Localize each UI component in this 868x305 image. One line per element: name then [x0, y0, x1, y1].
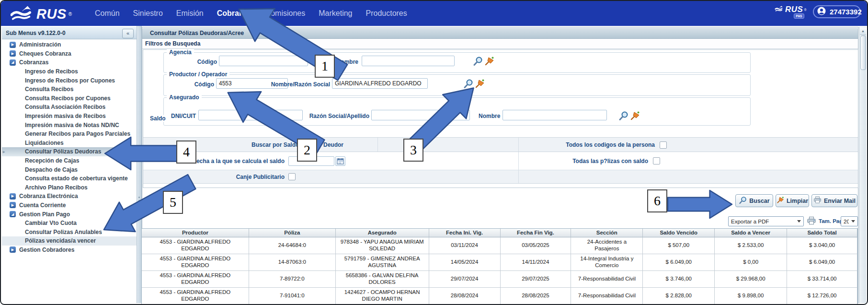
sidebar-item-label: Liquidaciones — [25, 140, 64, 146]
sidebar-item-gestion-cobradores[interactable]: ▶Gestion Cobradores — [2, 246, 137, 255]
column-header[interactable]: Saldo Total — [787, 229, 857, 237]
sidebar-item-label: Recepción de Cajas — [25, 157, 79, 164]
sidebar-item-label: Consultar Pólizas Deudoras — [25, 148, 101, 155]
export-select[interactable]: Exportar a PDF — [728, 216, 804, 226]
table-cell: 7-91041:0 — [249, 288, 336, 305]
sidebar-item-despacho-de-cajas[interactable]: Despacho de Cajas — [2, 165, 137, 174]
agencia-clean-icon[interactable] — [484, 56, 494, 66]
table-row[interactable]: 4553 - GIARDINA ALFREDO EDGARDO24-64684:… — [142, 237, 857, 254]
sidebar-item-gestion-plan-pago[interactable]: ◢Gestion Plan Pago — [2, 210, 137, 219]
sidebar-item-impresi-n-masiva-de-recibos[interactable]: Impresión masiva de Recibos — [2, 112, 137, 121]
productor-nombre-input[interactable] — [332, 78, 428, 89]
annotation-number-box-5: 5 — [163, 191, 183, 214]
column-header[interactable]: Asegurado — [336, 229, 429, 237]
table-row[interactable]: 4553 - GIARDINA ALFREDO EDGARDO7-89722:0… — [142, 271, 857, 288]
sidebar-item-consulta-recibos-por-cupones[interactable]: Consulta Recibos por Cupones — [2, 94, 137, 103]
nav-item-siniestro[interactable]: Siniestro — [133, 9, 163, 18]
column-header[interactable]: Sección — [571, 229, 643, 237]
column-header[interactable]: Póliza — [249, 229, 336, 237]
sidebar-item-consulta-recibos[interactable]: Consulta Recibos — [2, 85, 137, 94]
nav-item-común[interactable]: Común — [95, 9, 120, 18]
search-icon — [739, 196, 747, 206]
limpiar-button[interactable]: Limpiar — [776, 194, 809, 207]
sidebar-item-cuenta-corriente[interactable]: ▶Cuenta Corriente — [2, 201, 137, 210]
sidebar-item-consulta-asociaci-n-recibos[interactable]: Consulta Asociación Recibos — [2, 103, 137, 112]
column-header[interactable]: Fecha Fin Vig. — [501, 229, 571, 237]
productor-clean-icon[interactable] — [475, 79, 485, 89]
sidebar-item-label: Consulta Asociación Recibos — [25, 104, 105, 110]
asegurado-clean-icon[interactable] — [630, 111, 640, 121]
expand-node-icon[interactable]: ▶ — [10, 193, 16, 199]
table-cell: $ 9.898,00 — [715, 288, 787, 305]
asegurado-dni-input[interactable] — [198, 110, 303, 120]
agencia-nombre-input[interactable] — [362, 56, 455, 66]
sidebar-item-cambiar-vto-cuota[interactable]: Cambiar Vto Cuota — [2, 219, 137, 228]
column-header[interactable]: Fecha Ini. Vig. — [429, 229, 501, 237]
page-size-select[interactable]: 20 — [841, 216, 858, 226]
calendar-icon[interactable] — [335, 156, 345, 166]
sidebar-title: Sub Menus v9.122.0-0 — [6, 30, 66, 36]
productor-search-icon[interactable] — [463, 79, 473, 89]
vertical-scrollbar[interactable]: ▲ — [859, 27, 866, 303]
asegurado-nombre-label: Nombre — [479, 113, 500, 119]
asegurado-razon-input[interactable] — [371, 110, 470, 120]
sidebar-item-liquidaciones[interactable]: Liquidaciones — [2, 139, 137, 148]
table-cell: $ 12.726,00 — [787, 288, 857, 305]
sidebar-item-generar-recibos-para-pagos-parciales[interactable]: Generar Recibos para Pagos Parciales — [2, 129, 137, 139]
nav-item-comisiones[interactable]: Comisiones — [265, 9, 306, 18]
results-table: ProductorPólizaAseguradoFecha Ini. Vig.F… — [141, 228, 858, 305]
column-header[interactable]: Saldo Vencido — [643, 229, 715, 237]
sidebar-item-consulta-estado-de-cobertura-vigente[interactable]: Consulta estado de cobertura vigente — [2, 174, 137, 183]
table-cell: 7-89722:0 — [249, 271, 336, 288]
user-session-pill[interactable]: 27473392 — [813, 5, 861, 18]
column-header[interactable]: Productor — [142, 229, 249, 237]
expand-node-icon[interactable]: ▶ — [10, 246, 16, 253]
sidebar-item-cobranzas[interactable]: ◢Cobranzas — [2, 58, 137, 67]
agencia-search-icon[interactable] — [473, 56, 483, 66]
sidebar-item-recepci-n-de-cajas[interactable]: Recepción de Cajas — [2, 156, 137, 165]
table-cell: 14/05/2024 — [429, 254, 501, 271]
sidebar-item-archivo-plano-recibos[interactable]: Archivo Plano Recibos — [2, 183, 137, 192]
rus-logo[interactable]: RUS ® — [11, 4, 72, 23]
expand-node-icon[interactable]: ▶ — [10, 50, 16, 57]
canje-checkbox[interactable] — [288, 173, 296, 180]
sidebar-item-ingreso-de-recibos[interactable]: Ingreso de Recibos — [2, 67, 137, 76]
asegurado-search-icon[interactable] — [618, 111, 628, 121]
asegurado-dni-label: DNI/CUIT — [166, 113, 196, 119]
column-header[interactable]: Saldo a Vencer — [715, 229, 787, 237]
buscar-button[interactable]: Buscar — [735, 194, 773, 207]
sidebar-item-impresi-n-masiva-de-notas-nd-nc[interactable]: Impresión masiva de Notas ND/NC — [2, 120, 137, 129]
collapse-node-icon[interactable]: ◢ — [10, 211, 16, 217]
agencia-codigo-input[interactable] — [219, 56, 308, 66]
sidebar-item-consultar-polizas-anulables[interactable]: Consultar Polizas Anulables — [2, 227, 137, 236]
nav-item-marketing[interactable]: Marketing — [319, 9, 352, 18]
table-cell: 4553 - GIARDINA ALFREDO EDGARDO — [142, 271, 249, 288]
table-cell: 03/11/2024 — [429, 237, 501, 254]
nav-item-emisión[interactable]: Emisión — [176, 9, 204, 18]
enviar-mail-button[interactable]: Enviar Mail — [811, 194, 857, 207]
filters-header: Filtros de Busqueda — [142, 39, 858, 49]
todos-codigos-checkbox[interactable] — [660, 141, 667, 149]
sidebar-item-consultar-p-lizas-deudoras[interactable]: ▹Consultar Pólizas Deudoras — [2, 147, 137, 156]
nav-item-productores[interactable]: Productores — [365, 9, 407, 18]
collapse-node-icon[interactable]: ◢ — [10, 59, 16, 66]
export-printer-icon[interactable] — [807, 216, 817, 226]
table-row[interactable]: 4553 - GIARDINA ALFREDO EDGARDO14-87063:… — [142, 254, 857, 271]
todas-polizas-checkbox[interactable] — [653, 157, 660, 164]
sidebar-item-cheques-cobranza[interactable]: ▶Cheques Cobranza — [2, 49, 137, 59]
sidebar-item-label: Pólizas vencidas/a vencer — [25, 237, 96, 244]
annotation-number-box-3: 3 — [403, 139, 423, 162]
nav-item-cobranza[interactable]: Cobranza — [217, 9, 252, 18]
expand-node-icon[interactable]: ▶ — [10, 202, 16, 208]
sidebar-item-administraci-n[interactable]: ▶Administración — [2, 40, 137, 49]
sidebar-item-p-lizas-vencidas-a-vencer[interactable]: Pólizas vencidas/a vencer — [2, 236, 137, 246]
saldo-legend: Saldo — [150, 115, 169, 122]
sidebar-item-ingreso-de-recibos-por-cupones[interactable]: Ingreso de Recibos por Cupones — [2, 76, 137, 85]
sidebar-collapse-button[interactable]: « — [122, 29, 134, 38]
asegurado-nombre-input[interactable] — [503, 110, 607, 120]
sidebar-item-cobranza-electr-nica[interactable]: ▶Cobranza Electrónica — [2, 192, 137, 201]
expand-node-icon[interactable]: ▶ — [10, 42, 16, 48]
scrollbar-thumb[interactable] — [860, 35, 866, 70]
scroll-up-icon[interactable]: ▲ — [860, 27, 866, 35]
table-row[interactable]: 4553 - GIARDINA ALFREDO EDGARDO7-91041:0… — [142, 288, 857, 305]
